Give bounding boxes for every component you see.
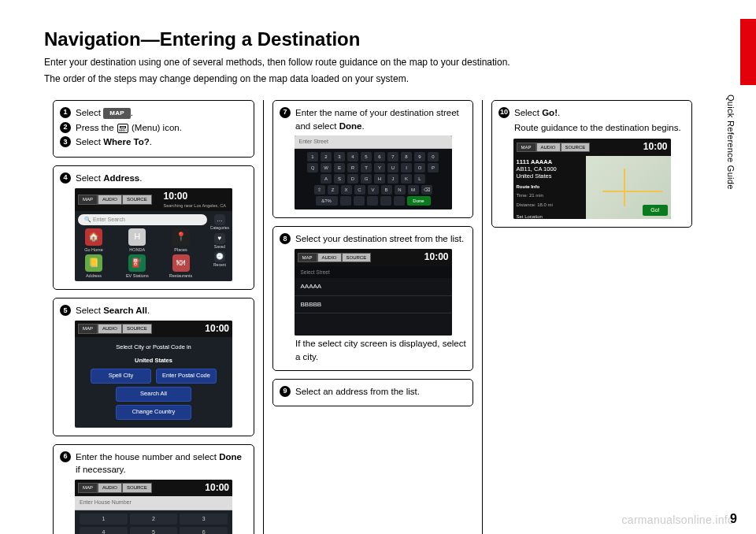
bullet-3: 3 — [60, 136, 71, 147]
step-6-pre: Enter the house number and select — [76, 452, 219, 462]
watermark: carmanualsonline.info — [622, 514, 735, 526]
sc-tab: MAP — [78, 483, 98, 493]
kb-key: 2 — [321, 152, 332, 161]
step-9: 9 Select an address from the list. — [280, 385, 466, 399]
kb-key: N — [395, 185, 406, 195]
box-step-4: 4 Select Address. MAP AUDIO SOURCE 10:00 — [53, 165, 254, 290]
sc10-set-loc: Set Location — [517, 213, 583, 219]
sc-icon-label: EV Stations — [126, 273, 149, 278]
box-step-5: 5 Select Search All. MAP AUDIO SOURCE 10… — [53, 298, 254, 436]
num-key: 4 — [80, 527, 128, 534]
intro-line-2: The order of the steps may change depend… — [44, 72, 709, 86]
kb-key — [380, 196, 391, 206]
sc-icon: 🏠 — [85, 228, 102, 246]
kb-key: 5 — [361, 152, 372, 161]
sc5-heading2: United States — [91, 355, 217, 369]
kb-key: V — [368, 185, 379, 195]
sc5-heading1: Select City or Postal Code in — [91, 342, 217, 355]
bullet-7: 7 — [280, 107, 291, 118]
kb-key — [340, 196, 351, 206]
sc-btn-change-country: Change Country — [116, 405, 191, 420]
kb-key — [354, 196, 365, 206]
intro-line-1: Enter your destination using one of seve… — [44, 55, 709, 69]
sc-icon: 📍 — [172, 228, 190, 246]
bullet-4: 4 — [60, 172, 71, 184]
columns: 1 Select MAP. 2 Press the (Menu) icon. 3… — [44, 100, 709, 534]
sc-icon: ⛽ — [128, 254, 146, 272]
step-7: 7 Enter the name of your destination str… — [280, 106, 466, 132]
step-10-note: Route guidance to the destination begins… — [514, 121, 685, 135]
box-step-7: 7 Enter the name of your destination str… — [272, 100, 473, 218]
sc-tab: MAP — [517, 143, 536, 153]
sc-tab: AUDIO — [98, 324, 122, 334]
kb-key: Q — [307, 163, 318, 172]
kb-key: S — [334, 174, 345, 184]
bullet-1: 1 — [60, 107, 71, 118]
step-6-bold: Done — [219, 452, 242, 462]
map-button-icon: MAP — [103, 108, 131, 119]
kb-key: K — [401, 174, 412, 184]
step-4-pre: Select — [76, 173, 103, 183]
sc-side-icon: ♥ — [214, 233, 225, 244]
sc-tab: SOURCE — [122, 195, 152, 205]
sc-btn-search-all: Search All — [116, 387, 191, 402]
kb-key: &?% — [316, 196, 338, 206]
step-2: 2 Press the (Menu) icon. — [60, 121, 247, 135]
sc-icon: 📒 — [85, 254, 102, 272]
sc10-route-dist: Distance: 18.0 mi — [517, 202, 583, 209]
sc-tab: AUDIO — [536, 143, 561, 153]
step-1: 1 Select MAP. — [60, 106, 247, 120]
sc-tab: SOURCE — [342, 253, 372, 263]
step-7-pre: Enter the name of your destination stree… — [295, 108, 459, 131]
step-3-text: Select Where To?. — [76, 135, 247, 149]
step-3: 3 Select Where To?. — [60, 135, 247, 149]
step-7-text: Enter the name of your destination stree… — [295, 106, 466, 132]
sc-icon-label: Address — [86, 273, 102, 278]
kb-key: W — [321, 163, 332, 172]
kb-key: Y — [374, 163, 385, 172]
kb-key — [367, 196, 378, 206]
kb-key: U — [387, 163, 398, 172]
step-10: 10 Select Go!. — [498, 106, 685, 120]
box-step-9: 9 Select an address from the list. — [272, 379, 473, 407]
sc-time: 10:00 — [424, 250, 449, 264]
sc-tab: SOURCE — [122, 324, 152, 334]
red-tab — [740, 19, 756, 85]
sc10-dest-1: AB11, CA 1000 — [517, 165, 583, 172]
step-10-post: . — [558, 108, 560, 117]
sc10-route-info: Route Info — [517, 184, 583, 191]
sc-time: 10:00 — [164, 190, 230, 203]
step-5-post: . — [147, 306, 150, 315]
step-2-post: (Menu) icon. — [129, 123, 182, 132]
step-1-text: Select MAP. — [76, 106, 247, 120]
step-1-post: . — [131, 108, 133, 117]
kb-key: R — [347, 163, 358, 172]
sc-tab: AUDIO — [98, 195, 122, 205]
screenshot-enter-street: Enter Street 1234567890QWERTYUIOPASDGHJK… — [295, 135, 452, 210]
sc-tab: SOURCE — [561, 143, 591, 153]
sc-search-bar: 🔍 Enter Search — [78, 214, 207, 225]
step-7-post: . — [361, 121, 364, 131]
sc10-map-preview: Go! — [586, 156, 671, 219]
kb-key: G — [361, 174, 372, 184]
kb-key: 3 — [334, 152, 345, 161]
kb-key: A — [321, 174, 332, 184]
step-2-pre: Press the — [76, 123, 117, 132]
sc-tab: MAP — [78, 195, 98, 205]
screenshot-search-all: MAP AUDIO SOURCE 10:00 Select City or Po… — [75, 321, 232, 428]
num-key: 6 — [180, 527, 228, 534]
kb-key: I — [401, 163, 412, 172]
document-page: Quick Reference Guide Navigation—Enterin… — [0, 0, 756, 534]
num-key: 3 — [180, 514, 228, 525]
box-step-6: 6 Enter the house number and select Done… — [53, 444, 254, 534]
bullet-10: 10 — [498, 107, 510, 118]
step-3-pre: Select — [76, 137, 103, 146]
kb-key: 0 — [428, 152, 439, 161]
sc-icon: 🍽 — [172, 254, 190, 272]
column-1: 1 Select MAP. 2 Press the (Menu) icon. 3… — [44, 100, 263, 534]
column-2: 7 Enter the name of your destination str… — [263, 100, 482, 534]
kb-key: T — [361, 163, 372, 172]
sc-icon-label: Go Home — [84, 247, 103, 252]
column-3: 10 Select Go!. Route guidance to the des… — [482, 100, 701, 534]
screenshot-street-list: MAP AUDIO SOURCE 10:00 Select Street AAA… — [295, 249, 452, 336]
